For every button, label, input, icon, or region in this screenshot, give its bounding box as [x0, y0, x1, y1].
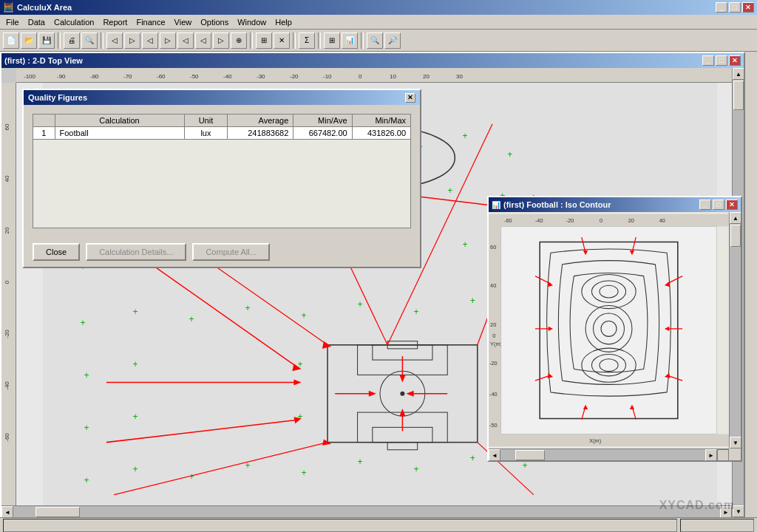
toolbar: 📄 📂 💾 🖨 🔍 ◁ ▷ ◁ ▷ ◁ ◁ ▷ ⊕ ⊞ ✕ Σ ⊞ 📊 🔍 🔎 — [0, 30, 757, 52]
svg-text:20: 20 — [423, 73, 430, 80]
main-scrollbar-horizontal[interactable]: ◄ ► — [1, 505, 732, 517]
app-minimize-button[interactable]: _ — [716, 2, 727, 13]
tb6[interactable]: ◁ — [195, 33, 211, 49]
svg-text:-40: -40 — [489, 391, 498, 398]
iso-scroll-up[interactable]: ▲ — [730, 212, 741, 224]
header-unit: Unit — [184, 115, 228, 127]
dialog-close-icon[interactable]: ✕ — [405, 93, 415, 103]
menu-file[interactable]: File — [1, 16, 24, 28]
menu-view[interactable]: View — [170, 16, 197, 28]
svg-text:Y(m): Y(m) — [490, 341, 502, 347]
print-button[interactable]: 🖨 — [64, 33, 80, 49]
scroll-left-arrow[interactable]: ◄ — [1, 506, 13, 517]
svg-text:60: 60 — [4, 123, 10, 130]
tb5[interactable]: ◁ — [177, 33, 194, 49]
iso-close[interactable]: ✕ — [726, 200, 738, 210]
svg-text:+: + — [507, 149, 512, 160]
menu-report[interactable]: Report — [98, 16, 132, 28]
forward-button[interactable]: ▷ — [124, 33, 140, 49]
new-button[interactable]: 📄 — [3, 33, 19, 49]
svg-text:+: + — [463, 131, 468, 141]
tb9[interactable]: ⊞ — [256, 33, 272, 49]
iso-scroll-thumb-h[interactable] — [515, 450, 545, 460]
tb11[interactable]: Σ — [299, 33, 315, 49]
tb4[interactable]: ▷ — [160, 33, 176, 49]
iso-drawing: -60 -40 -20 0 20 40 60 40 20 0 -20 -40 -… — [489, 212, 729, 449]
header-calculation: Calculation — [55, 115, 184, 127]
open-button[interactable]: 📂 — [21, 33, 37, 49]
ruler-left: 60 40 20 0 -20 -40 -60 — [1, 83, 16, 517]
sep5 — [318, 33, 321, 49]
row-minave: 667482.00 — [293, 127, 352, 140]
preview-button[interactable]: 🔍 — [81, 33, 98, 49]
iso-title-text-group: 📊 (first) Football : Iso Contour — [492, 200, 611, 209]
menu-calculation[interactable]: Calculation — [50, 16, 98, 28]
tb3[interactable]: ◁ — [142, 33, 158, 49]
svg-text:30: 30 — [456, 73, 463, 80]
svg-text:10: 10 — [390, 73, 396, 80]
menu-data[interactable]: Data — [24, 16, 50, 28]
quality-dialog-overlay: Quality Figures ✕ Calculation Unit Avera… — [22, 89, 421, 268]
tb12[interactable]: ⊞ — [324, 33, 340, 49]
back-button[interactable]: ◁ — [106, 33, 123, 49]
svg-text:+: + — [470, 296, 475, 306]
svg-text:+: + — [414, 307, 419, 317]
quality-dialog: Quality Figures ✕ Calculation Unit Avera… — [22, 89, 421, 268]
svg-text:+: + — [470, 453, 475, 463]
workspace: (first) : 2-D Top View _ □ ✕ 60 40 20 0 … — [0, 52, 757, 531]
app-maximize-button[interactable]: □ — [729, 2, 741, 13]
svg-text:20: 20 — [4, 227, 10, 233]
svg-text:+: + — [302, 468, 307, 478]
close-button[interactable]: Close — [33, 243, 80, 261]
save-button[interactable]: 💾 — [38, 33, 55, 49]
app-close-button[interactable]: ✕ — [742, 2, 754, 13]
scroll-h-track[interactable] — [13, 506, 720, 517]
svg-text:20: 20 — [628, 217, 634, 224]
tb10[interactable]: ✕ — [274, 33, 290, 49]
svg-text:+: + — [358, 299, 363, 310]
menu-options[interactable]: Options — [196, 16, 233, 28]
tb7[interactable]: ▷ — [213, 33, 229, 49]
scroll-up-arrow[interactable]: ▲ — [733, 68, 744, 80]
main-view-minimize[interactable]: _ — [702, 55, 714, 66]
svg-text:+: + — [245, 303, 251, 313]
main-view-close[interactable]: ✕ — [729, 55, 741, 66]
iso-scroll-left[interactable]: ◄ — [489, 449, 500, 461]
tb8[interactable]: ⊕ — [231, 33, 247, 49]
menu-bar: File Data Calculation Report Finance Vie… — [0, 15, 757, 30]
iso-scroll-track-v[interactable] — [730, 224, 741, 437]
iso-scroll-thumb-v[interactable] — [730, 225, 741, 247]
zoom-out-button[interactable]: 🔎 — [384, 33, 401, 49]
menu-window[interactable]: Window — [233, 16, 271, 28]
header-minave: Min/Ave — [293, 115, 352, 127]
iso-contour-window: 📊 (first) Football : Iso Contour _ □ ✕ -… — [487, 196, 742, 462]
tb13[interactable]: 📊 — [342, 33, 358, 49]
iso-content-area: -60 -40 -20 0 20 40 60 40 20 0 -20 -40 -… — [489, 212, 741, 460]
app-title: 🧮 CalculuX Area — [3, 2, 72, 13]
iso-scroll-track-h[interactable] — [500, 449, 705, 460]
svg-text:+: + — [132, 412, 138, 422]
calc-details-button[interactable]: Calculation Details... — [86, 243, 186, 261]
status-text — [3, 519, 677, 532]
compute-all-button[interactable]: Compute All... — [192, 243, 269, 261]
svg-text:40: 40 — [659, 217, 665, 224]
menu-help[interactable]: Help — [271, 16, 296, 28]
iso-scrollbar-v[interactable]: ▲ ▼ — [729, 212, 741, 449]
iso-scroll-down[interactable]: ▼ — [730, 437, 741, 449]
iso-minimize[interactable]: _ — [699, 200, 711, 210]
app-controls: _ □ ✕ — [716, 2, 754, 13]
svg-text:40: 40 — [4, 175, 10, 182]
app-title-bar: 🧮 CalculuX Area _ □ ✕ — [0, 0, 757, 15]
scroll-h-thumb[interactable] — [35, 507, 80, 517]
ruler-top: -100 -90 -80 -70 -60 -50 -40 -30 -20 -10… — [16, 68, 744, 83]
scroll-v-thumb[interactable] — [733, 81, 744, 110]
menu-finance[interactable]: Finance — [132, 16, 169, 28]
main-view-maximize[interactable]: □ — [716, 55, 727, 66]
iso-scroll-right[interactable]: ► — [705, 449, 717, 461]
zoom-in-button[interactable]: 🔍 — [367, 33, 383, 49]
iso-maximize[interactable]: □ — [713, 200, 724, 210]
svg-text:-100: -100 — [24, 73, 36, 80]
iso-scrollbar-h[interactable]: ◄ ► — [489, 449, 729, 460]
row-minmax: 431826.00 — [352, 127, 410, 140]
watermark: XYCAD.com — [659, 499, 735, 512]
